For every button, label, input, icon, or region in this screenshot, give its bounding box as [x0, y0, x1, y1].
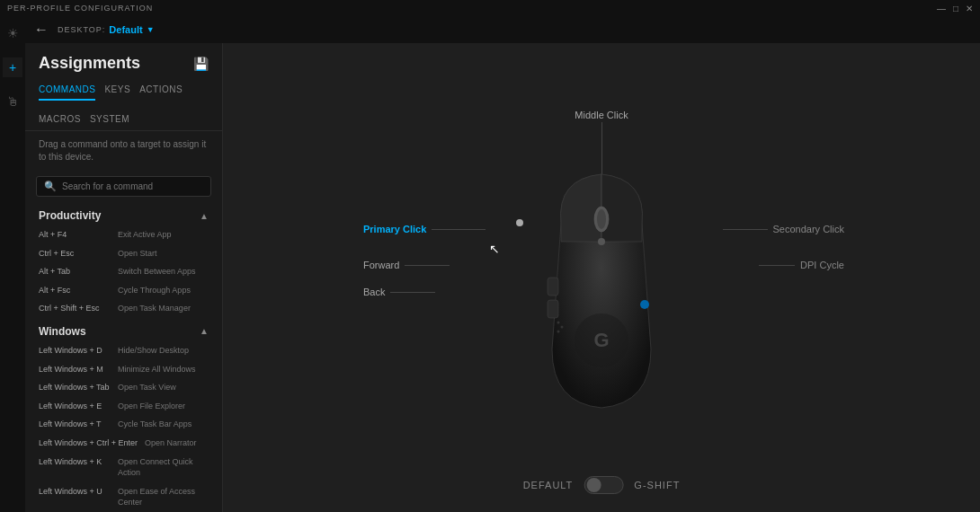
mouse-visualization: Middle Click	[350, 84, 853, 471]
secondary-click-label: Secondary Click	[773, 224, 844, 234]
category-windows-label: Windows	[39, 325, 86, 338]
minimize-button[interactable]: —	[937, 4, 946, 13]
forward-label: Forward	[363, 260, 399, 270]
tab-macros[interactable]: MACROS	[39, 110, 81, 130]
list-item[interactable]: Left Windows + Ctrl + Enter Open Narrato…	[25, 434, 222, 453]
cmd-desc: Open Narrator	[145, 437, 197, 449]
svg-point-2	[597, 209, 606, 229]
primary-click-label: Primary Click	[363, 224, 426, 234]
nav-bar: ← DESKTOP: Default ▼	[25, 16, 980, 43]
list-item[interactable]: Alt + Fsc Cycle Through Apps	[25, 281, 222, 300]
cmd-desc: Open Connect Quick Action	[118, 456, 209, 479]
title-bar: PER-PROFILE CONFIGURATION — □ ✕	[0, 0, 980, 16]
default-label: DEFAULT	[523, 480, 574, 490]
cmd-desc: Cycle Task Bar Apps	[118, 419, 192, 430]
cmd-key: Alt + F4	[39, 229, 111, 241]
search-input[interactable]	[62, 181, 203, 191]
drag-hint: Drag a command onto a target to assign i…	[25, 131, 222, 171]
list-item[interactable]: Left Windows + Tab Open Task View	[25, 378, 222, 397]
cmd-desc: Open Task Manager	[118, 303, 191, 314]
cmd-key: Ctrl + Esc	[39, 248, 111, 260]
svg-point-10	[557, 330, 560, 332]
category-productivity[interactable]: Productivity ▲	[25, 202, 222, 225]
toggle-bar: DEFAULT G-SHIFT	[523, 476, 681, 494]
list-item[interactable]: Left Windows + K Open Connect Quick Acti…	[25, 453, 222, 482]
add-icon[interactable]: +	[3, 57, 22, 77]
svg-point-3	[598, 238, 605, 245]
list-item[interactable]: Left Windows + M Minimize All Windows	[25, 360, 222, 379]
search-box: 🔍	[36, 176, 211, 197]
profile-arrow: ▼	[147, 25, 155, 34]
cmd-key: Left Windows + U	[39, 486, 111, 508]
svg-text:G: G	[593, 329, 609, 351]
dpi-line	[759, 265, 795, 266]
mouse-svg: G	[512, 170, 691, 425]
svg-point-11	[640, 300, 649, 309]
title-bar-controls: — □ ✕	[937, 4, 973, 13]
sidebar-title: Assignments	[39, 54, 140, 73]
list-item[interactable]: Left Windows + D Hide/Show Desktop	[25, 341, 222, 360]
cmd-desc: Cycle Through Apps	[118, 285, 191, 296]
secondary-click-group: Secondary Click	[723, 224, 844, 234]
svg-rect-7	[548, 300, 558, 318]
svg-point-9	[561, 325, 564, 328]
mouse-icon[interactable]: 🖱	[3, 92, 22, 111]
windows-commands: Left Windows + D Hide/Show Desktop Left …	[25, 341, 222, 512]
mouse-body-svg: G	[512, 170, 691, 421]
search-icon: 🔍	[44, 181, 57, 192]
back-group: Back	[363, 287, 435, 297]
cmd-desc: Hide/Show Desktop	[118, 345, 189, 357]
cmd-key: Left Windows + D	[39, 345, 111, 357]
cmd-key: Left Windows + Ctrl + Enter	[39, 437, 138, 449]
primary-click-group: Primary Click	[363, 224, 486, 234]
list-item[interactable]: Left Windows + T Cycle Task Bar Apps	[25, 415, 222, 434]
forward-group: Forward	[363, 260, 450, 270]
cmd-key: Left Windows + T	[39, 419, 111, 430]
cmd-desc: Open Start	[118, 248, 157, 260]
profile-name: Default	[109, 24, 142, 35]
maximize-button[interactable]: □	[953, 4, 958, 13]
primary-click-dot	[516, 219, 523, 226]
icon-rail: ☀ + 🖱	[0, 16, 25, 512]
cursor-icon: ↖	[489, 242, 500, 256]
dpi-cycle-label: DPI Cycle	[800, 260, 844, 270]
profile-selector[interactable]: Default ▼	[109, 24, 154, 35]
list-item[interactable]: Alt + Tab Switch Between Apps	[25, 262, 222, 281]
middle-click-label: Middle Click	[575, 110, 628, 120]
tab-system[interactable]: SYSTEM	[90, 110, 129, 130]
cmd-key: Left Windows + M	[39, 364, 111, 375]
category-productivity-label: Productivity	[39, 209, 101, 222]
cmd-desc: Open Task View	[118, 382, 176, 393]
dpi-cycle-group: DPI Cycle	[759, 260, 844, 270]
list-item[interactable]: Left Windows + E Open File Explorer	[25, 397, 222, 416]
profile-label: DESKTOP:	[58, 25, 105, 34]
secondary-click-line	[723, 229, 768, 230]
tab-keys[interactable]: KEYS	[104, 80, 130, 101]
cmd-key: Left Windows + Tab	[39, 382, 111, 393]
list-item[interactable]: Ctrl + Esc Open Start	[25, 244, 222, 263]
back-line	[390, 292, 435, 293]
sidebar: Assignments 💾 COMMANDS KEYS ACTIONS MACR…	[25, 43, 223, 512]
back-button[interactable]: ←	[34, 22, 49, 38]
cmd-desc: Switch Between Apps	[118, 266, 196, 278]
productivity-commands: Alt + F4 Exit Active App Ctrl + Esc Open…	[25, 225, 222, 318]
list-item[interactable]: Left Windows + U Open Ease of Access Cen…	[25, 482, 222, 512]
forward-line	[405, 265, 450, 266]
toggle-knob	[586, 478, 601, 492]
cmd-key: Alt + Fsc	[39, 285, 111, 296]
back-label: Back	[363, 287, 385, 297]
list-item[interactable]: Ctrl + Shift + Esc Open Task Manager	[25, 299, 222, 318]
main-content: Middle Click	[223, 43, 980, 512]
list-item[interactable]: Alt + F4 Exit Active App	[25, 225, 222, 244]
cmd-key: Ctrl + Shift + Esc	[39, 303, 111, 314]
tab-actions[interactable]: ACTIONS	[139, 80, 183, 101]
close-button[interactable]: ✕	[966, 4, 973, 13]
middle-click-line	[601, 122, 602, 176]
mode-toggle[interactable]	[584, 476, 623, 494]
category-windows[interactable]: Windows ▲	[25, 318, 222, 341]
save-icon[interactable]: 💾	[193, 57, 209, 71]
gshift-label: G-SHIFT	[634, 480, 680, 490]
sidebar-header: Assignments 💾	[25, 43, 222, 80]
tab-commands[interactable]: COMMANDS	[39, 80, 95, 101]
brightness-icon[interactable]: ☀	[3, 23, 22, 43]
